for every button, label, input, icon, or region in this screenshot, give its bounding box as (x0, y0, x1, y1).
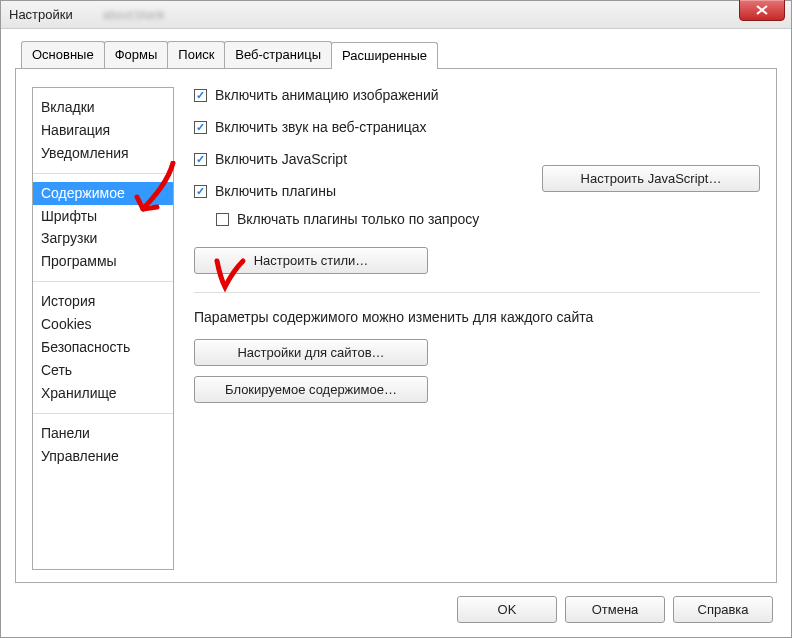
tab-forms[interactable]: Формы (104, 41, 169, 68)
checkbox-row-sound[interactable]: ✓ Включить звук на веб-страницах (194, 119, 760, 135)
site-settings-button[interactable]: Настройки для сайтов… (194, 339, 428, 366)
sidebar-group-2: Содержимое Шрифты Загрузки Программы (33, 176, 173, 280)
sidebar-item-navigation[interactable]: Навигация (33, 119, 173, 142)
checkbox-row-plugins-on-demand[interactable]: Включать плагины только по запросу (216, 211, 760, 227)
sidebar-item-history[interactable]: История (33, 290, 173, 313)
button-row: Настроить стили… (194, 247, 760, 274)
main-area: ✓ Включить анимацию изображений ✓ Включи… (194, 87, 760, 570)
sidebar-separator (33, 173, 173, 174)
sidebar-group-4: Панели Управление (33, 416, 173, 474)
sidebar-item-downloads[interactable]: Загрузки (33, 227, 173, 250)
tab-webpages[interactable]: Веб-страницы (224, 41, 332, 68)
tab-basic[interactable]: Основные (21, 41, 105, 68)
sidebar-item-cookies[interactable]: Cookies (33, 313, 173, 336)
sidebar-item-security[interactable]: Безопасность (33, 336, 173, 359)
checkbox-icon: ✓ (194, 121, 207, 134)
sidebar-item-notifications[interactable]: Уведомления (33, 142, 173, 165)
cancel-button[interactable]: Отмена (565, 596, 665, 623)
sidebar-item-tabs[interactable]: Вкладки (33, 96, 173, 119)
tab-search[interactable]: Поиск (167, 41, 225, 68)
sidebar-item-programs[interactable]: Программы (33, 250, 173, 273)
tabs-row: Основные Формы Поиск Веб-страницы Расшир… (21, 41, 777, 68)
sidebar-item-network[interactable]: Сеть (33, 359, 173, 382)
checkbox-label: Включить анимацию изображений (215, 87, 439, 103)
blocked-content-button[interactable]: Блокируемое содержимое… (194, 376, 428, 403)
bottom-bar: OK Отмена Справка (457, 584, 791, 637)
sidebar-item-fonts[interactable]: Шрифты (33, 205, 173, 228)
checkbox-label: Включать плагины только по запросу (237, 211, 479, 227)
tab-panel: Вкладки Навигация Уведомления Содержимое… (15, 68, 777, 583)
tab-advanced[interactable]: Расширенные (331, 42, 438, 69)
sidebar-item-panels[interactable]: Панели (33, 422, 173, 445)
settings-window: Настройки about:blank Основные Формы Пои… (0, 0, 792, 638)
help-button[interactable]: Справка (673, 596, 773, 623)
checkbox-icon: ✓ (194, 89, 207, 102)
sidebar-group-1: Вкладки Навигация Уведомления (33, 90, 173, 171)
sidebar-item-storage[interactable]: Хранилище (33, 382, 173, 405)
checkbox-label: Включить JavaScript (215, 151, 347, 167)
content-outer: Основные Формы Поиск Веб-страницы Расшир… (1, 29, 791, 583)
param-text: Параметры содержимого можно изменить для… (194, 309, 760, 325)
sidebar-item-content[interactable]: Содержимое (33, 182, 173, 205)
checkbox-icon (216, 213, 229, 226)
button-row: Блокируемое содержимое… (194, 376, 760, 403)
inner-layout: Вкладки Навигация Уведомления Содержимое… (16, 69, 776, 582)
sidebar-separator (33, 413, 173, 414)
sidebar-group-3: История Cookies Безопасность Сеть Хранил… (33, 284, 173, 410)
window-title: Настройки (9, 7, 73, 22)
sidebar-separator (33, 281, 173, 282)
sidebar: Вкладки Навигация Уведомления Содержимое… (32, 87, 174, 570)
configure-js-button[interactable]: Настроить JavaScript… (542, 165, 760, 192)
checkbox-row-animation[interactable]: ✓ Включить анимацию изображений (194, 87, 760, 103)
checkbox-icon: ✓ (194, 185, 207, 198)
window-close-button[interactable] (739, 0, 785, 21)
checkbox-icon: ✓ (194, 153, 207, 166)
ok-button[interactable]: OK (457, 596, 557, 623)
close-icon (756, 5, 768, 15)
window-url-blurred: about:blank (103, 8, 165, 22)
checkbox-label: Включить звук на веб-страницах (215, 119, 427, 135)
checkbox-label: Включить плагины (215, 183, 336, 199)
button-row: Настройки для сайтов… (194, 339, 760, 366)
titlebar: Настройки about:blank (1, 1, 791, 29)
configure-styles-button[interactable]: Настроить стили… (194, 247, 428, 274)
sidebar-item-management[interactable]: Управление (33, 445, 173, 468)
divider (194, 292, 760, 293)
